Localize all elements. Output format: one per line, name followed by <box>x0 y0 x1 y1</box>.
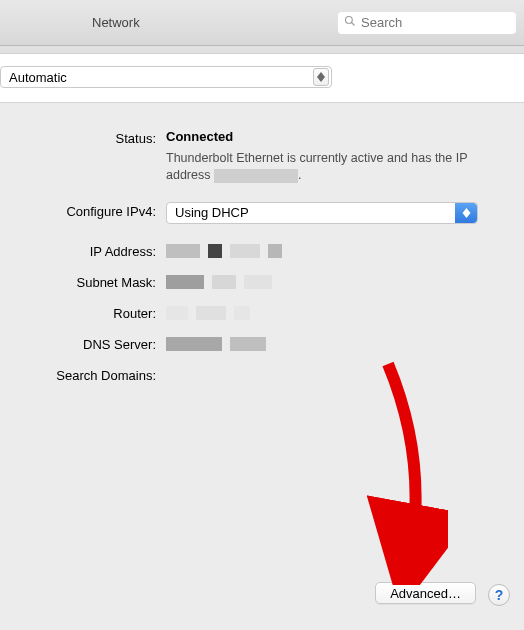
status-value: Connected <box>166 129 500 144</box>
search-domains-label: Search Domains: <box>0 366 156 383</box>
configure-ipv4-dropdown[interactable]: Using DHCP <box>166 202 478 224</box>
ip-address-value <box>166 242 500 258</box>
ip-address-label: IP Address: <box>0 242 156 259</box>
configure-ipv4-row: Configure IPv4: Using DHCP <box>0 202 500 224</box>
dns-server-label: DNS Server: <box>0 335 156 352</box>
router-value <box>166 304 500 320</box>
status-subtext: Thunderbolt Ethernet is currently active… <box>166 150 486 184</box>
router-label: Router: <box>0 304 156 321</box>
status-row: Status: Connected Thunderbolt Ethernet i… <box>0 129 500 184</box>
svg-line-1 <box>352 23 355 26</box>
window-title: Network <box>92 15 140 30</box>
stepper-icon <box>313 68 329 86</box>
annotation-arrow <box>358 360 448 585</box>
location-selected: Automatic <box>9 70 67 85</box>
titlebar: Network <box>0 0 524 46</box>
location-bar: Automatic <box>0 54 524 103</box>
search-domains-row: Search Domains: <box>0 366 500 383</box>
dns-server-row: DNS Server: <box>0 335 500 352</box>
help-icon: ? <box>495 587 504 603</box>
dns-server-value <box>166 335 500 351</box>
router-row: Router: <box>0 304 500 321</box>
configure-ipv4-label: Configure IPv4: <box>0 202 156 219</box>
subnet-mask-value <box>166 273 500 289</box>
search-icon <box>344 15 356 30</box>
search-input[interactable] <box>361 15 510 30</box>
status-label: Status: <box>0 129 156 146</box>
ip-address-row: IP Address: <box>0 242 500 259</box>
svg-point-0 <box>346 17 353 24</box>
toolbar-separator <box>0 46 524 54</box>
help-button[interactable]: ? <box>488 584 510 606</box>
advanced-button[interactable]: Advanced… <box>375 582 476 604</box>
main-panel: Status: Connected Thunderbolt Ethernet i… <box>0 103 524 383</box>
subnet-mask-row: Subnet Mask: <box>0 273 500 290</box>
configure-ipv4-value: Using DHCP <box>175 205 249 220</box>
subnet-mask-label: Subnet Mask: <box>0 273 156 290</box>
chevrons-icon <box>455 203 477 223</box>
location-dropdown[interactable]: Automatic <box>0 66 332 88</box>
search-field[interactable] <box>338 12 516 34</box>
